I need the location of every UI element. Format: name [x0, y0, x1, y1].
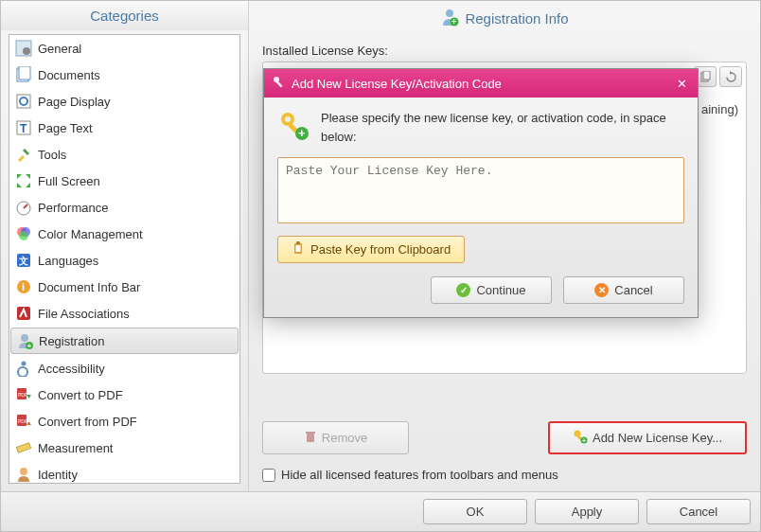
categories-header: Categories: [1, 1, 248, 30]
clipboard-icon: [292, 241, 305, 257]
add-license-dialog: Add New License Key/Activation Code ✕ + …: [263, 68, 699, 318]
cancel-button[interactable]: Cancel: [646, 499, 751, 524]
accessibility-icon: [15, 360, 32, 377]
info-bar-icon: i: [15, 278, 32, 295]
cat-label: Color Management: [38, 227, 143, 241]
svg-text:+: +: [582, 437, 586, 444]
cat-languages[interactable]: 文 Languages: [9, 247, 239, 274]
full-screen-icon: [15, 172, 32, 189]
tools-icon: [15, 146, 32, 163]
dialog-title-text: Add New License Key/Activation Code: [292, 77, 502, 91]
cat-label: Convert to PDF: [38, 388, 123, 402]
cat-label: Tools: [38, 148, 66, 162]
svg-rect-3: [19, 66, 30, 80]
svg-point-27: [20, 468, 27, 475]
convert-to-pdf-icon: PDF: [15, 386, 32, 403]
general-icon: [15, 40, 32, 57]
svg-rect-34: [306, 432, 315, 434]
dialog-cancel-button[interactable]: ✕ Cancel: [563, 276, 684, 304]
cat-label: Identity: [38, 468, 78, 482]
cancel-icon: ✕: [594, 283, 609, 297]
color-management-icon: [15, 225, 32, 242]
svg-text:i: i: [22, 281, 25, 293]
cat-convert-from-pdf[interactable]: PDF Convert from PDF: [9, 408, 239, 434]
svg-point-21: [18, 367, 27, 377]
identity-icon: [15, 466, 32, 483]
dialog-key-icon: [272, 75, 286, 92]
cat-identity[interactable]: Identity: [9, 461, 239, 484]
convert-from-pdf-icon: PDF: [15, 413, 32, 430]
cat-registration[interactable]: + Registration: [10, 328, 239, 354]
svg-text:+: +: [298, 126, 306, 140]
cat-label: Accessibility: [38, 362, 105, 376]
hide-features-label: Hide all licensed features from toolbars…: [281, 468, 558, 482]
svg-rect-33: [307, 434, 314, 442]
svg-text:PDF: PDF: [18, 418, 27, 424]
registration-header: + Registration Info: [249, 1, 760, 36]
cat-label: Languages: [38, 254, 98, 268]
svg-rect-32: [703, 71, 710, 80]
installed-keys-label: Installed License Keys:: [249, 36, 760, 62]
cat-page-display[interactable]: Page Display: [9, 88, 239, 115]
categories-list[interactable]: General Documents Page Display T Page Te…: [9, 34, 240, 484]
cat-document-info-bar[interactable]: i Document Info Bar: [9, 274, 239, 300]
svg-rect-40: [275, 80, 282, 87]
cat-label: Performance: [38, 201, 108, 215]
key-icon: +: [573, 429, 588, 447]
dialog-large-key-icon: +: [277, 109, 310, 141]
cat-label: Full Screen: [38, 174, 100, 188]
svg-point-42: [285, 116, 291, 122]
documents-icon: [15, 66, 32, 83]
dialog-instruction-text: Please specify the new license key, or a…: [321, 109, 684, 146]
page-display-icon: [15, 93, 32, 110]
close-icon[interactable]: ✕: [673, 77, 690, 91]
cat-file-associations[interactable]: File Associations: [9, 300, 239, 327]
check-icon: ✓: [456, 283, 470, 297]
trash-icon: [304, 430, 317, 446]
svg-point-17: [21, 334, 28, 342]
dialog-titlebar[interactable]: Add New License Key/Activation Code ✕: [264, 69, 698, 98]
cat-general[interactable]: General: [9, 35, 239, 62]
svg-point-11: [19, 231, 28, 240]
ok-button[interactable]: OK: [423, 499, 527, 524]
cat-label: Convert from PDF: [38, 415, 137, 429]
languages-icon: 文: [15, 252, 32, 269]
cat-color-management[interactable]: Color Management: [9, 221, 239, 247]
license-key-input[interactable]: [277, 157, 684, 223]
svg-point-20: [22, 362, 27, 366]
hide-features-checkbox[interactable]: [262, 469, 275, 482]
remove-button[interactable]: Remove: [262, 421, 409, 454]
cat-page-text[interactable]: T Page Text: [9, 115, 239, 141]
add-license-button[interactable]: + Add New License Key...: [548, 421, 747, 454]
continue-button[interactable]: ✓ Continue: [431, 276, 552, 304]
svg-rect-26: [16, 443, 30, 452]
svg-text:+: +: [451, 17, 456, 27]
cat-label: Document Info Bar: [38, 280, 140, 294]
cat-documents[interactable]: Documents: [9, 62, 239, 88]
svg-text:PDF: PDF: [18, 392, 27, 398]
cat-label: Documents: [38, 68, 100, 82]
cat-label: Registration: [39, 334, 104, 348]
cat-convert-to-pdf[interactable]: PDF Convert to PDF: [9, 381, 239, 408]
cat-performance[interactable]: Performance: [9, 194, 239, 221]
apply-button[interactable]: Apply: [535, 499, 639, 524]
cat-tools[interactable]: Tools: [9, 141, 239, 168]
cat-full-screen[interactable]: Full Screen: [9, 168, 239, 194]
key-entry-text: aining): [701, 102, 738, 116]
registration-icon: +: [16, 332, 33, 349]
cat-label: Page Display: [38, 95, 111, 109]
paste-from-clipboard-button[interactable]: Paste Key from Clipboard: [277, 236, 465, 263]
svg-rect-48: [296, 245, 301, 252]
svg-point-28: [446, 9, 453, 17]
cat-accessibility[interactable]: Accessibility: [9, 355, 239, 381]
svg-point-1: [23, 47, 30, 55]
page-text-icon: T: [15, 119, 32, 136]
measurement-icon: [15, 439, 32, 456]
cat-label: General: [38, 42, 81, 56]
refresh-keys-button[interactable]: [719, 66, 742, 87]
cat-measurement[interactable]: Measurement: [9, 434, 239, 461]
svg-rect-47: [296, 241, 300, 244]
registration-header-icon: +: [440, 8, 459, 29]
svg-text:T: T: [20, 122, 27, 135]
svg-text:文: 文: [18, 256, 28, 266]
